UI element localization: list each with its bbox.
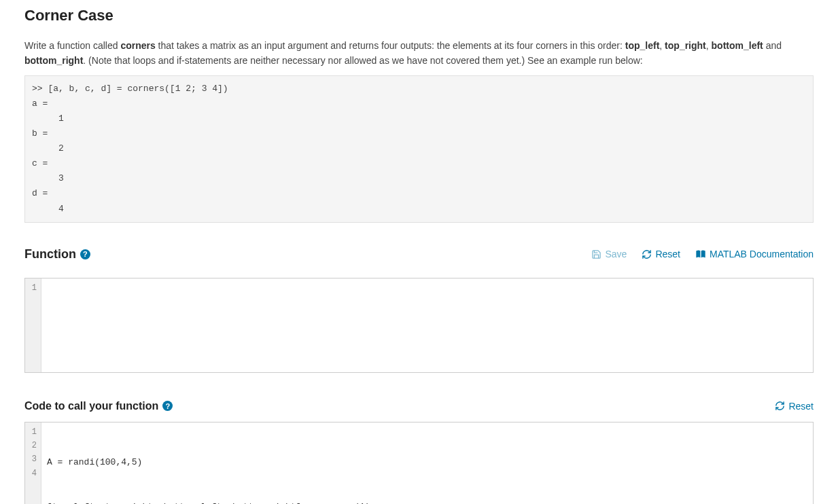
reset-icon xyxy=(642,249,652,259)
function-toolbar: Save Reset MATLAB Documentation xyxy=(591,249,814,259)
example-output: >> [a, b, c, d] = corners([1 2; 3 4]) a … xyxy=(24,75,814,223)
save-icon xyxy=(591,249,601,259)
reset-button[interactable]: Reset xyxy=(642,249,680,259)
function-code-area[interactable] xyxy=(41,278,813,372)
documentation-link[interactable]: MATLAB Documentation xyxy=(695,249,814,259)
call-section-header: Code to call your function ? Reset xyxy=(24,400,814,412)
save-button[interactable]: Save xyxy=(591,249,627,259)
page-title: Corner Case xyxy=(24,7,814,24)
call-section-title: Code to call your function xyxy=(24,400,158,412)
call-code-area[interactable]: A = randi(100,4,5) [top_left, top_right,… xyxy=(41,422,813,504)
function-section-title: Function xyxy=(24,247,76,262)
help-icon[interactable]: ? xyxy=(80,249,90,259)
call-code-editor[interactable]: 1 2 3 4 A = randi(100,4,5) [top_left, to… xyxy=(24,422,814,504)
call-toolbar: Reset xyxy=(775,401,814,412)
help-icon[interactable]: ? xyxy=(162,401,173,411)
reset-icon xyxy=(775,401,785,411)
function-code-editor[interactable]: 1 xyxy=(24,278,814,373)
function-section-header: Function ? Save Reset MA xyxy=(24,247,814,262)
call-gutter: 1 2 3 4 xyxy=(25,422,41,504)
reset-button[interactable]: Reset xyxy=(775,401,814,412)
function-gutter: 1 xyxy=(25,278,41,372)
book-icon xyxy=(695,249,706,259)
problem-description: Write a function called corners that tak… xyxy=(24,38,814,69)
